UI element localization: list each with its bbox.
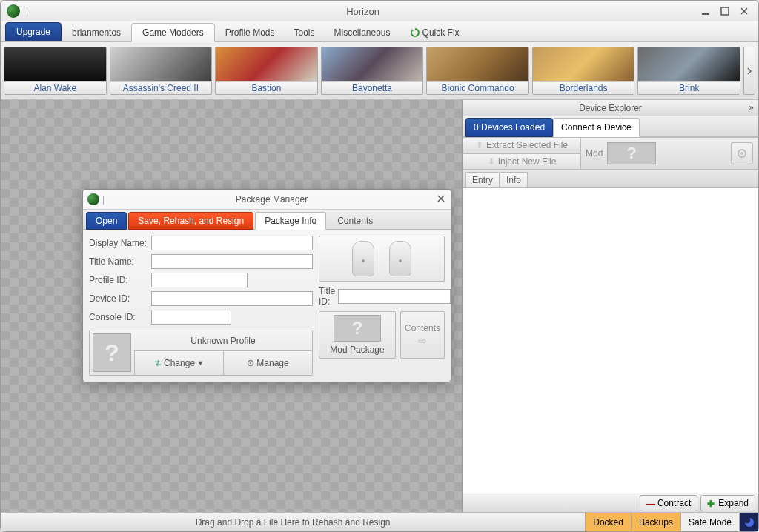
dialog-body: Display Name: Title Name: Profile ID: De… [83, 230, 451, 382]
brand-button[interactable] [739, 513, 758, 531]
tab-game-modders[interactable]: Game Modders [131, 23, 215, 42]
minus-icon: — [646, 499, 655, 508]
backups-toggle[interactable]: Backups [631, 513, 680, 531]
tab-entry[interactable]: Entry [465, 172, 500, 187]
question-mark-icon: ? [334, 315, 381, 342]
save-rehash-resign-button[interactable]: Save, Rehash, and Resign [128, 212, 253, 230]
inject-file-button[interactable]: ⬇Inject New File [463, 153, 581, 170]
dialog-right: Title ID: ? Mod Package Contents ⇨ [319, 236, 445, 376]
game-card[interactable]: Bionic Commando [426, 47, 529, 95]
dialog-title: Package Manager [107, 194, 436, 205]
change-profile-button[interactable]: Change ▼ [134, 351, 223, 375]
app-window: | Horizon Upgrade brianmentos Game Modde… [0, 0, 759, 532]
safe-mode-toggle[interactable]: Safe Mode [680, 513, 739, 531]
game-label: Bionic Commando [427, 81, 528, 94]
title-name-input[interactable] [151, 254, 313, 269]
status-bar: Drag and Drop a File Here to Rehash and … [1, 512, 758, 531]
manage-profile-button[interactable]: Manage [223, 351, 312, 375]
mod-label: Mod [586, 148, 603, 159]
dialog-close-button[interactable] [436, 193, 446, 206]
profile-id-label: Profile ID: [89, 275, 148, 285]
drop-hint[interactable]: Drag and Drop a File Here to Rehash and … [1, 517, 585, 528]
tab-upgrade[interactable]: Upgrade [5, 22, 62, 41]
workspace: | Package Manager Open Save, Rehash, and… [1, 100, 758, 512]
tab-tools[interactable]: Tools [285, 24, 323, 41]
panel-title: Device Explorer » [463, 100, 758, 116]
docked-toggle[interactable]: Docked [585, 513, 631, 531]
contents-button[interactable]: Contents ⇨ [400, 311, 445, 359]
device-tabs: 0 Devices Loaded Connect a Device [463, 116, 758, 137]
connect-device-tab[interactable]: Connect a Device [553, 118, 640, 137]
mod-button[interactable]: ? [607, 142, 656, 164]
explorer-footer: —Contract ✚Expand [463, 493, 758, 512]
tab-profile-mods[interactable]: Profile Mods [216, 24, 284, 41]
controller-icon [352, 241, 374, 276]
game-label: Alan Wake [4, 81, 106, 94]
game-thumb [110, 47, 212, 81]
game-label: Assassin's Creed II [110, 81, 212, 94]
arrow-down-icon: ⬇ [488, 156, 495, 167]
tab-package-info[interactable]: Package Info [255, 212, 326, 230]
gear-icon [737, 148, 747, 159]
tab-info[interactable]: Info [500, 172, 528, 187]
title-name-label: Title Name: [89, 256, 148, 267]
game-label: Bayonetta [322, 81, 423, 94]
display-name-input[interactable] [151, 236, 313, 250]
explorer-body[interactable] [463, 188, 758, 493]
dialog-left: Display Name: Title Name: Profile ID: De… [89, 236, 313, 376]
device-id-label: Device ID: [89, 293, 148, 304]
titlebar: | Horizon [1, 1, 758, 21]
game-modder-strip: Alan Wake Assassin's Creed II Bastion Ba… [1, 42, 758, 100]
main-tabstrip: Upgrade brianmentos Game Modders Profile… [1, 21, 758, 42]
game-card[interactable]: Brink [637, 47, 740, 95]
mod-package-box[interactable]: ? Mod Package [319, 311, 396, 359]
game-card[interactable]: Alan Wake [4, 47, 107, 95]
xbox-logo-icon [87, 193, 99, 205]
device-explorer-panel: Device Explorer » 0 Devices Loaded Conne… [462, 100, 758, 512]
collapse-button[interactable]: » [749, 102, 754, 113]
game-card[interactable]: Bastion [215, 47, 318, 95]
open-button[interactable]: Open [86, 212, 127, 230]
maximize-button[interactable] [717, 5, 733, 17]
swap-icon [154, 359, 162, 367]
minimize-button[interactable] [697, 5, 714, 17]
title-id-input[interactable] [338, 289, 451, 304]
title-id-label: Title ID: [319, 286, 335, 307]
tab-contents[interactable]: Contents [328, 212, 382, 230]
devices-loaded-tab[interactable]: 0 Devices Loaded [465, 118, 553, 137]
game-thumb [216, 47, 317, 81]
display-name-label: Display Name: [89, 238, 148, 248]
device-id-input[interactable] [151, 291, 313, 306]
profile-box: ? Unknown Profile Change ▼ Manage [89, 330, 313, 376]
scroll-right-button[interactable] [743, 47, 755, 95]
dialog-tabs: Open Save, Rehash, and Resign Package In… [83, 209, 451, 230]
vertical-divider: | [26, 6, 28, 16]
game-thumb [638, 47, 740, 81]
close-button[interactable] [736, 5, 752, 17]
profile-id-input[interactable] [151, 273, 248, 287]
profile-name: Unknown Profile [134, 330, 312, 351]
extract-file-button[interactable]: ⬆Extract Selected File [463, 137, 581, 153]
contract-button[interactable]: —Contract [640, 495, 697, 511]
tab-quick-fix[interactable]: Quick Fix [401, 24, 468, 41]
chevron-down-icon: ▼ [197, 359, 204, 367]
console-id-label: Console ID: [89, 312, 148, 322]
svg-point-3 [250, 362, 251, 364]
swirl-icon [743, 516, 755, 528]
game-label: Brink [638, 81, 740, 94]
console-id-input[interactable] [151, 310, 231, 325]
expand-button[interactable]: ✚Expand [700, 495, 755, 511]
tab-miscellaneous[interactable]: Miscellaneous [325, 24, 400, 41]
dialog-titlebar[interactable]: | Package Manager [83, 190, 451, 209]
quick-fix-label: Quick Fix [422, 27, 460, 38]
workspace-canvas[interactable]: | Package Manager Open Save, Rehash, and… [1, 100, 462, 512]
game-card[interactable]: Bayonetta [321, 47, 424, 95]
game-card[interactable]: Assassin's Creed II [110, 47, 213, 95]
settings-button[interactable] [731, 142, 753, 164]
game-thumb [4, 47, 106, 81]
game-card[interactable]: Borderlands [532, 47, 635, 95]
tab-user[interactable]: brianmentos [63, 24, 130, 41]
arrow-right-icon: ⇨ [418, 335, 427, 347]
package-manager-dialog: | Package Manager Open Save, Rehash, and… [82, 189, 451, 382]
controller-preview [319, 236, 445, 282]
